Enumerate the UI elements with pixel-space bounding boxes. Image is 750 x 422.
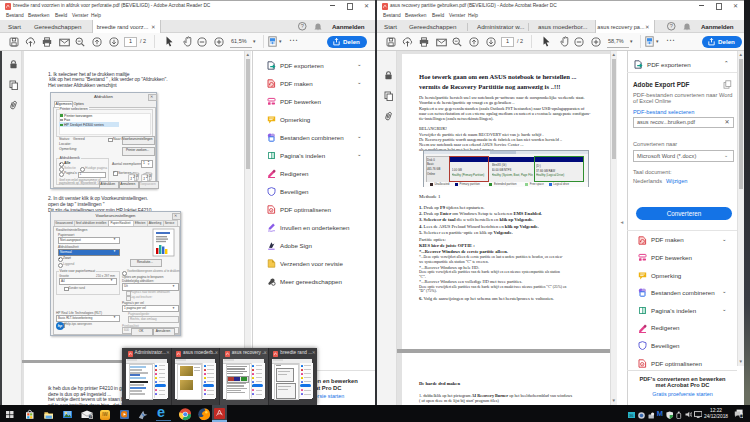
svg-text:?: ?	[670, 24, 673, 30]
svg-text:@: @	[89, 415, 93, 419]
svg-text:?: ?	[301, 24, 304, 30]
svg-text:1: 1	[741, 414, 743, 418]
